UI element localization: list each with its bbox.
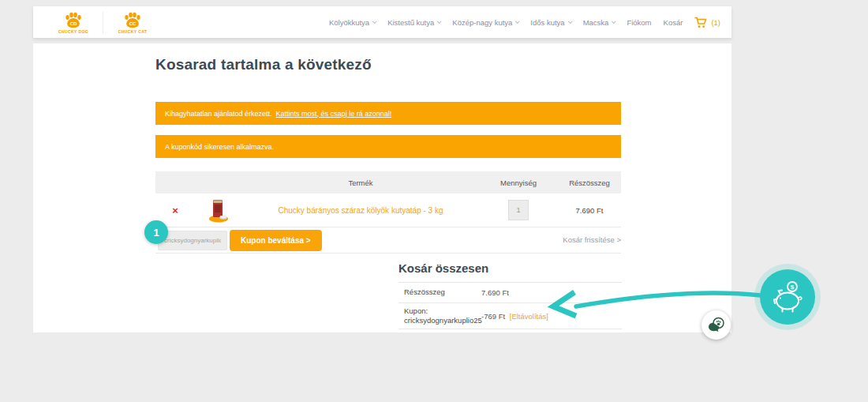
quantity-input[interactable]: 1 — [508, 200, 529, 220]
cart-link[interactable]: (1) — [694, 17, 720, 28]
nav-label: Fiókom — [627, 18, 651, 27]
nav-item-kolyokkutya[interactable]: Kölyökkutya — [329, 18, 376, 27]
coupon-label: Kupon: cricksydognyarkuplio25 — [398, 306, 481, 326]
logo-label: Chucky Cat — [118, 29, 148, 34]
product-thumbnail[interactable] — [195, 197, 242, 223]
logo-label: Chucky Dog — [58, 29, 88, 34]
chat-paw-icon — [707, 317, 725, 333]
col-header-quantity: Mennyiség — [479, 178, 558, 187]
row-subtotal: 7.690 Ft — [558, 206, 621, 215]
chat-widget-button[interactable] — [702, 310, 731, 340]
nav-label: Kistestű kutya — [387, 18, 434, 27]
piggy-bank-icon: $ — [769, 280, 806, 314]
offer-banner: Kihagyhatatlan ajánlatod érkezett. Katti… — [155, 102, 621, 125]
apply-coupon-button[interactable]: Kupon beváltása > — [230, 230, 322, 251]
product-image — [208, 197, 229, 223]
coupon-code-input[interactable] — [158, 231, 227, 250]
offer-banner-text: Kihagyhatatlan ajánlatod érkezett. — [165, 110, 272, 118]
nav-label: Macska — [583, 18, 609, 27]
coupon-label-line1: Kupon: — [404, 306, 428, 315]
annotation-arrow — [546, 280, 765, 320]
col-header-subtotal: Részösszeg — [558, 178, 621, 187]
cart-icon — [694, 17, 708, 28]
chevron-down-icon — [568, 19, 573, 24]
update-cart-link[interactable]: Kosár frissítése > — [507, 235, 621, 244]
table-bottom-border — [155, 253, 621, 254]
coupon-code-text: cricksydognyarkuplio25 — [404, 316, 482, 325]
quantity-cell: 1 — [479, 200, 558, 220]
chevron-down-icon — [372, 19, 377, 24]
chevron-down-icon — [612, 19, 616, 24]
piggy-bank-badge: $ — [760, 269, 815, 325]
paw-icon: CC — [123, 12, 142, 28]
nav-item-macska[interactable]: Macska — [583, 18, 615, 27]
cart-table: Termék Mennyiség Részösszeg × Chucky — [155, 171, 621, 227]
top-navigation-bar: CD Chucky Dog CC Chucky Cat Kölyökkuty — [33, 6, 731, 38]
logo-monogram: CC — [129, 21, 137, 26]
logo-chucky-cat[interactable]: CC Chucky Cat — [108, 12, 157, 34]
coupon-success-banner: A kuponkód sikeresen alkalmazva. — [155, 135, 621, 158]
nav-label: Közép-nagy kutya — [452, 18, 512, 27]
cart-count-badge: (1) — [711, 18, 720, 27]
remove-item-button[interactable]: × — [155, 205, 195, 216]
svg-text:$: $ — [791, 284, 795, 291]
cart-item-row: × Chucky bárányos száraz kölyök kutyatáp… — [155, 193, 621, 227]
logo-group: CD Chucky Dog CC Chucky Cat — [49, 8, 157, 38]
subtotal-label: Részösszeg — [398, 287, 481, 297]
remove-coupon-link[interactable]: [Eltávolítás] — [510, 312, 548, 321]
page-canvas: CD Chucky Dog CC Chucky Cat Kölyökkuty — [0, 0, 868, 402]
logo-chucky-dog[interactable]: CD Chucky Dog — [49, 12, 98, 34]
chevron-down-icon — [437, 19, 442, 24]
nav-item-fiokom[interactable]: Fiókom — [627, 18, 651, 27]
chevron-down-icon — [515, 19, 520, 24]
annotation-step-badge: 1 — [144, 220, 168, 244]
product-name-link[interactable]: Chucky bárányos száraz kölyök kutyatáp -… — [242, 206, 479, 215]
col-header-product: Termék — [242, 178, 479, 187]
paw-icon: CD — [64, 12, 83, 28]
nav-item-kistestu-kutya[interactable]: Kistestű kutya — [387, 18, 440, 27]
page-title: Kosarad tartalma a következő — [155, 56, 372, 73]
logo-monogram: CD — [70, 21, 77, 26]
main-nav: Kölyökkutya Kistestű kutya Közép-nagy ku… — [329, 6, 720, 38]
nav-label: Kölyökkutya — [329, 18, 369, 27]
coupon-discount-amount: -769 Ft — [481, 312, 505, 321]
logo-divider — [103, 12, 103, 34]
nav-item-kosar[interactable]: Kosár — [664, 18, 683, 27]
nav-item-idos-kutya[interactable]: Idős kutya — [530, 18, 571, 27]
cart-totals-title: Kosár összesen — [398, 261, 488, 275]
cart-table-header: Termék Mennyiség Részösszeg — [155, 171, 621, 193]
coupon-success-text: A kuponkód sikeresen alkalmazva. — [165, 143, 274, 151]
nav-label: Idős kutya — [530, 18, 564, 27]
nav-label: Kosár — [664, 18, 683, 27]
offer-banner-link[interactable]: Kattints most, és csapj le rá azonnal! — [276, 110, 392, 118]
nav-item-kozep-nagy-kutya[interactable]: Közép-nagy kutya — [452, 18, 518, 27]
